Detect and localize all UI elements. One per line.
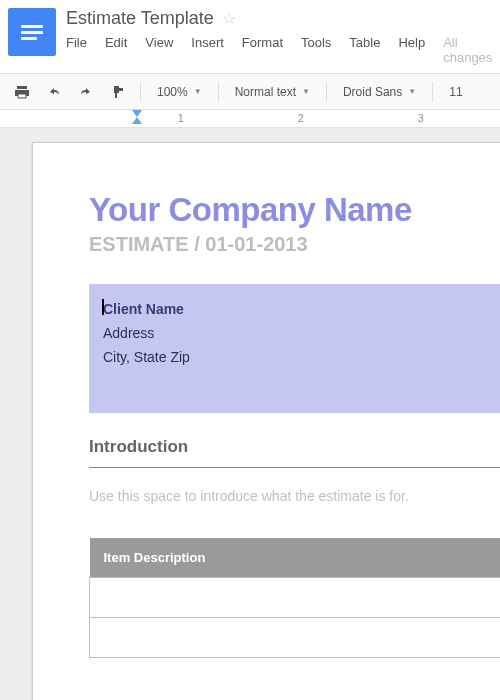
app-header: Estimate Template ☆ File Edit View Inser… xyxy=(0,0,500,74)
intro-divider xyxy=(89,467,500,468)
client-city[interactable]: City, State Zip xyxy=(103,346,500,370)
paint-format-button[interactable] xyxy=(106,81,130,103)
table-row[interactable] xyxy=(90,578,501,618)
intro-heading[interactable]: Introduction xyxy=(89,437,500,457)
fontsize-select[interactable]: 11 xyxy=(443,82,468,102)
toolbar-divider xyxy=(326,82,327,102)
zoom-select[interactable]: 100% ▼ xyxy=(151,82,208,102)
chevron-down-icon: ▼ xyxy=(408,87,416,96)
ruler-tick: 3 xyxy=(418,113,424,124)
client-info-box[interactable]: Client Name Address City, State Zip xyxy=(89,284,500,413)
client-name[interactable]: Client Name xyxy=(103,298,500,322)
document-title[interactable]: Estimate Template xyxy=(66,8,214,29)
svg-rect-0 xyxy=(17,86,27,89)
style-value: Normal text xyxy=(235,85,296,99)
estimate-date: 01-01-2013 xyxy=(205,233,307,255)
estimate-line[interactable]: ESTIMATE / 01-01-2013 xyxy=(89,233,500,256)
toolbar-divider xyxy=(140,82,141,102)
menubar: File Edit View Insert Format Tools Table… xyxy=(64,29,500,73)
menu-help[interactable]: Help xyxy=(398,35,425,65)
save-status: All changes xyxy=(443,35,500,65)
docs-app-icon[interactable] xyxy=(8,8,56,56)
chevron-down-icon: ▼ xyxy=(302,87,310,96)
svg-rect-2 xyxy=(18,94,26,98)
items-table[interactable]: Item Description xyxy=(89,538,500,658)
zoom-value: 100% xyxy=(157,85,188,99)
col-item-description[interactable]: Item Description xyxy=(90,538,501,578)
font-select[interactable]: Droid Sans ▼ xyxy=(337,82,422,102)
print-button[interactable] xyxy=(10,81,34,103)
text-cursor xyxy=(102,299,104,315)
ruler[interactable]: 1 2 3 xyxy=(0,110,500,128)
client-address[interactable]: Address xyxy=(103,322,500,346)
menu-file[interactable]: File xyxy=(66,35,87,65)
chevron-down-icon: ▼ xyxy=(194,87,202,96)
font-value: Droid Sans xyxy=(343,85,402,99)
intro-placeholder-text[interactable]: Use this space to introduce what the est… xyxy=(89,488,500,504)
svg-rect-5 xyxy=(119,88,123,91)
menu-table[interactable]: Table xyxy=(349,35,380,65)
star-icon[interactable]: ☆ xyxy=(222,9,236,28)
toolbar-divider xyxy=(218,82,219,102)
menu-view[interactable]: View xyxy=(145,35,173,65)
menu-format[interactable]: Format xyxy=(242,35,283,65)
redo-button[interactable] xyxy=(74,81,98,103)
first-line-indent-marker[interactable] xyxy=(132,110,142,117)
menu-tools[interactable]: Tools xyxy=(301,35,331,65)
table-row[interactable] xyxy=(90,618,501,658)
ruler-tick: 1 xyxy=(178,113,184,124)
fontsize-value: 11 xyxy=(449,85,462,99)
table-header-row: Item Description xyxy=(90,538,501,578)
estimate-label: ESTIMATE xyxy=(89,233,189,255)
client-name-text: Client Name xyxy=(103,301,184,317)
document-canvas[interactable]: Your Company Name ESTIMATE / 01-01-2013 … xyxy=(0,128,500,700)
estimate-sep: / xyxy=(189,233,206,255)
style-select[interactable]: Normal text ▼ xyxy=(229,82,316,102)
menu-insert[interactable]: Insert xyxy=(191,35,224,65)
toolbar: 100% ▼ Normal text ▼ Droid Sans ▼ 11 xyxy=(0,74,500,110)
toolbar-divider xyxy=(432,82,433,102)
left-indent-marker[interactable] xyxy=(132,117,142,124)
svg-rect-4 xyxy=(115,93,117,98)
menu-edit[interactable]: Edit xyxy=(105,35,127,65)
undo-button[interactable] xyxy=(42,81,66,103)
company-name[interactable]: Your Company Name xyxy=(89,191,500,229)
svg-rect-3 xyxy=(114,86,119,93)
ruler-tick: 2 xyxy=(298,113,304,124)
menu-lines-icon xyxy=(21,25,43,40)
document-page[interactable]: Your Company Name ESTIMATE / 01-01-2013 … xyxy=(32,142,500,700)
